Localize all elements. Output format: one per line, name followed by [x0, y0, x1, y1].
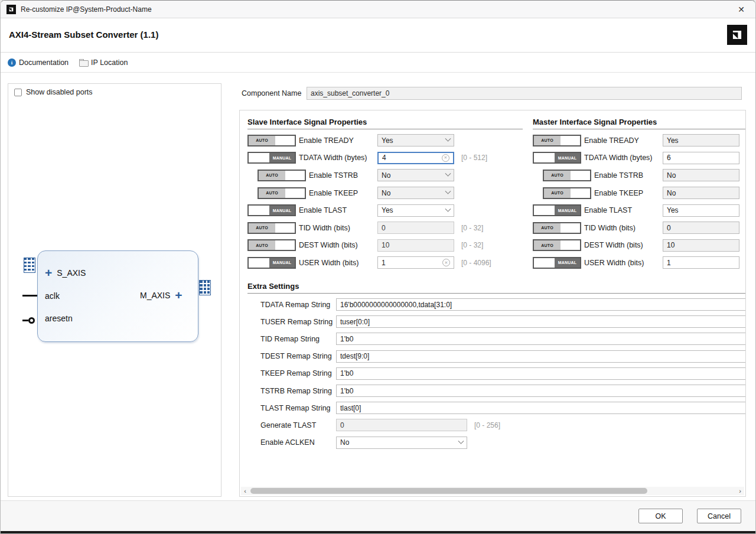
tid-remap-string-input[interactable]: 1'b0 [336, 333, 746, 345]
auto-manual-toggle[interactable]: MANUAL [533, 257, 581, 269]
scroll-right-icon[interactable]: › [736, 487, 744, 495]
auto-manual-toggle[interactable]: MANUAL [247, 204, 296, 216]
ip-header: AXI4-Stream Subset Converter (1.1) [1, 18, 755, 53]
auto-manual-toggle[interactable]: AUTO [533, 222, 581, 234]
enable-tstrb-field: No [663, 169, 739, 181]
chevron-down-icon [445, 136, 451, 142]
master-row: AUTOTID Width (bits)0 [533, 219, 746, 237]
slave-section-title: Slave Interface Signal Properties [247, 118, 523, 129]
slave-column: Slave Interface Signal Properties AUTOEn… [247, 118, 523, 272]
s-axis-label: S_AXIS [57, 268, 86, 278]
auto-manual-toggle[interactable]: AUTO [543, 170, 591, 181]
enable-tlast-select[interactable]: Yes [377, 204, 454, 217]
auto-manual-toggle[interactable]: AUTO [247, 135, 296, 146]
extra-row-label: TUSER Remap String [260, 318, 336, 326]
extra-row: TUSER Remap Stringtuser[0:0] [247, 313, 746, 330]
extra-row-label: TDATA Remap String [260, 301, 336, 309]
window-bottom-edge [1, 531, 755, 534]
ip-block[interactable]: + S_AXIS aclk aresetn M_AXIS + [37, 250, 198, 342]
diagram-panel: Show disabled ports + S_AXIS aclk areset… [8, 83, 221, 497]
s-axis-connector[interactable] [24, 258, 35, 273]
slave-row-label: Enable TREADY [299, 136, 354, 145]
expand-plus-icon[interactable]: + [45, 268, 52, 278]
horizontal-scrollbar[interactable]: ‹ › [241, 487, 744, 495]
component-name-label: Component Name [242, 89, 301, 97]
slave-row-label: DEST Width (bits) [299, 241, 358, 249]
auto-manual-toggle[interactable]: MANUAL [533, 152, 581, 164]
range-hint: [0 - 512] [461, 154, 487, 162]
cancel-button[interactable]: Cancel [697, 509, 741, 523]
page-title: AXI4-Stream Subset Converter (1.1) [9, 30, 158, 40]
slave-row: MANUALEnable TLASTYes [247, 201, 523, 219]
extra-row-label: TDEST Remap String [260, 352, 336, 360]
tid-width-bits--field: 0 [377, 222, 454, 234]
enable-tstrb-select[interactable]: No [377, 169, 454, 181]
ip-location-link[interactable]: IP Location [79, 58, 128, 67]
extra-row: TID Remap String1'b0 [247, 330, 746, 347]
generate-tlast-field: 0 [336, 419, 467, 431]
extra-row: TSTRB Remap String1'b0 [247, 382, 746, 399]
auto-manual-toggle[interactable]: AUTO [247, 222, 296, 234]
ok-button[interactable]: OK [638, 509, 683, 523]
scroll-left-icon[interactable]: ‹ [241, 487, 249, 495]
master-row-label: Enable TKEEP [594, 189, 643, 197]
master-row-label: USER Width (bits) [584, 259, 644, 267]
tdest-remap-string-input[interactable]: tdest[9:0] [336, 350, 746, 363]
extra-row-label: Generate TLAST [260, 421, 336, 429]
tlast-remap-string-input[interactable]: tlast[0] [336, 402, 746, 414]
auto-manual-toggle[interactable]: AUTO [258, 187, 306, 199]
enable-tready-select[interactable]: Yes [377, 134, 454, 146]
slave-row: MANUALUSER Width (bits)1✕[0 - 4096] [247, 254, 523, 272]
auto-manual-toggle[interactable]: MANUAL [247, 152, 296, 164]
component-name-field: axis_subset_converter_0 [307, 87, 742, 100]
tstrb-remap-string-input[interactable]: 1'b0 [336, 385, 746, 397]
enable-tkeep-select[interactable]: No [377, 187, 454, 199]
scrollbar-track[interactable] [249, 488, 736, 494]
master-row: AUTOEnable TREADYYes [533, 132, 746, 149]
tkeep-remap-string-input[interactable]: 1'b0 [336, 367, 746, 380]
user-width-bits--input[interactable]: 1✕ [377, 256, 454, 269]
auto-manual-toggle[interactable]: AUTO [533, 135, 581, 146]
aresetn-pin[interactable] [22, 317, 35, 324]
scrollbar-thumb[interactable] [250, 488, 647, 494]
tdata-width-bytes--input[interactable]: 4✕ [377, 152, 454, 164]
slave-row: AUTOEnable TSTRBNo [247, 167, 523, 184]
clear-icon[interactable]: ✕ [442, 154, 449, 162]
extra-row: TLAST Remap Stringtlast[0] [247, 399, 746, 416]
auto-manual-toggle[interactable]: AUTO [543, 187, 591, 199]
chevron-down-icon [445, 171, 451, 177]
slave-row: AUTODEST Width (bits)10[0 - 32] [247, 237, 523, 255]
master-row-label: DEST Width (bits) [584, 241, 643, 249]
close-icon[interactable]: ✕ [733, 5, 750, 14]
footer: OK Cancel [1, 500, 755, 531]
auto-manual-toggle[interactable]: MANUAL [533, 204, 581, 216]
tdata-remap-string-input[interactable]: 16'b0000000000000000,tdata[31:0] [336, 298, 746, 311]
bus-interface-icon [199, 280, 211, 295]
range-hint: [0 - 32] [461, 241, 483, 249]
m-axis-connector[interactable] [199, 280, 211, 295]
extra-row-label: TKEEP Remap String [260, 369, 336, 377]
user-width-bits--field: 1 [663, 256, 739, 269]
slave-row-label: Enable TLAST [299, 206, 347, 214]
auto-manual-toggle[interactable]: AUTO [247, 239, 296, 251]
s-axis-port[interactable]: + S_AXIS [45, 268, 86, 278]
auto-manual-toggle[interactable]: AUTO [258, 170, 306, 181]
tuser-remap-string-input[interactable]: tuser[0:0] [336, 315, 746, 328]
auto-manual-toggle[interactable]: AUTO [533, 239, 581, 251]
chevron-down-icon [445, 206, 451, 211]
show-disabled-ports-checkbox[interactable] [14, 89, 22, 96]
m-axis-port[interactable]: M_AXIS + [140, 290, 183, 301]
expand-plus-icon[interactable]: + [175, 290, 182, 301]
master-row: MANUALTDATA Width (bytes)6 [533, 149, 746, 167]
enable-aclken-select[interactable]: No [336, 437, 467, 449]
slave-row: AUTOEnable TKEEPNo [247, 184, 523, 202]
master-row-label: Enable TSTRB [594, 171, 643, 180]
documentation-link[interactable]: i Documentation [8, 58, 69, 67]
clear-icon[interactable]: ✕ [442, 259, 450, 266]
extra-row: Generate TLAST0[0 - 256] [247, 416, 746, 434]
auto-manual-toggle[interactable]: MANUAL [247, 257, 296, 269]
master-row: AUTOEnable TSTRBNo [533, 167, 746, 184]
master-row-label: TDATA Width (bytes) [584, 154, 653, 162]
range-hint: [0 - 32] [461, 224, 483, 232]
aclk-pin[interactable] [22, 295, 38, 297]
